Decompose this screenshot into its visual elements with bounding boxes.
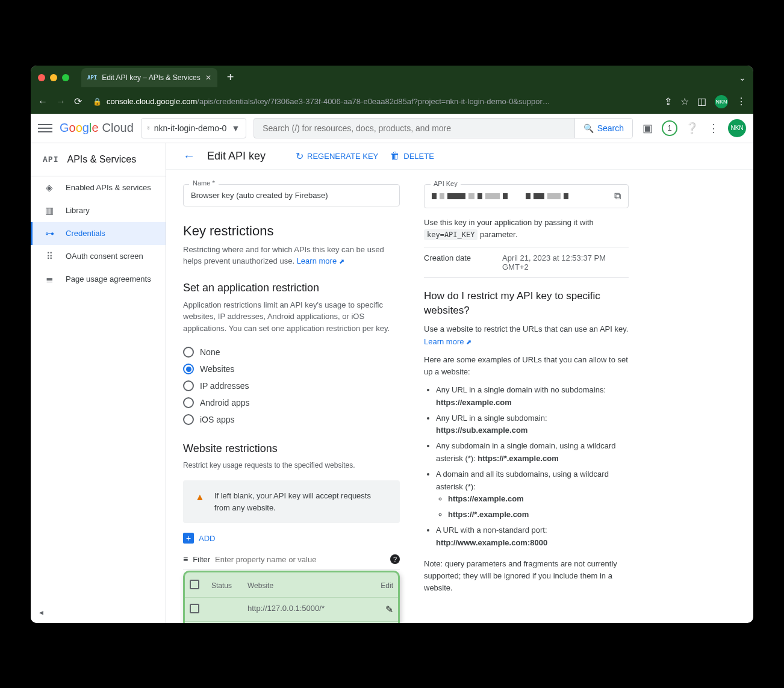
- page-actions: ← Edit API key ↻ REGENERATE KEY 🗑 DELETE: [166, 143, 753, 170]
- close-tab-icon[interactable]: ✕: [205, 73, 211, 82]
- filter-input[interactable]: [215, 555, 385, 564]
- api-key-usage: Use this key in your application by pass…: [424, 217, 629, 241]
- row-checkbox[interactable]: [190, 604, 199, 613]
- radio-android[interactable]: Android apps: [183, 394, 400, 411]
- external-link-icon: ⬈: [466, 338, 471, 346]
- radio-icon: [183, 364, 194, 374]
- minimize-window-icon[interactable]: [50, 74, 57, 81]
- radio-websites[interactable]: Websites: [183, 361, 400, 377]
- collapse-sidebar-icon[interactable]: ◂: [39, 607, 43, 617]
- radio-icon: [183, 397, 194, 408]
- list-item: https://example.com: [448, 493, 629, 506]
- menu-icon[interactable]: ⋮: [736, 96, 746, 107]
- website-table: Status Website Edit http://127.0.0.1:500…: [183, 571, 400, 623]
- reload-button[interactable]: ⟳: [74, 96, 82, 107]
- creation-date-row: Creation date April 21, 2023 at 12:53:37…: [424, 247, 629, 278]
- list-item: A URL with a non-standard port: http://w…: [436, 524, 629, 550]
- lock-icon: 🔒: [93, 98, 102, 106]
- cloud-shell-icon[interactable]: ▣: [640, 122, 655, 135]
- sidebar-item-library[interactable]: ▥ Library: [31, 199, 166, 222]
- external-link-icon: ⬈: [339, 258, 344, 265]
- howto-title: How do I restrict my API key to specific…: [424, 289, 629, 318]
- back-arrow-icon[interactable]: ←: [183, 149, 195, 163]
- search-box: 🔍 Search: [254, 118, 633, 138]
- delete-button[interactable]: 🗑 DELETE: [390, 150, 434, 161]
- radio-ip[interactable]: IP addresses: [183, 377, 400, 394]
- diamond-icon: ◈: [44, 182, 55, 193]
- browser-window: API Edit API key – APIs & Services ✕ + ⌄…: [31, 66, 753, 623]
- more-icon[interactable]: ⋮: [706, 122, 721, 135]
- app-restriction-desc: Application restrictions limit an API ke…: [183, 299, 400, 335]
- url-bar: ← → ⟳ 🔒 console.cloud.google.com/apis/cr…: [31, 90, 753, 114]
- left-column: Name * Key restrictions Restricting wher…: [183, 184, 400, 623]
- alert-text: If left blank, your API key will accept …: [214, 490, 388, 513]
- library-icon: ▥: [44, 205, 55, 216]
- right-column: API Key ⧉ Use this key in your appli: [424, 184, 629, 623]
- learn-more-link[interactable]: Learn more ⬈: [297, 256, 344, 265]
- project-picker[interactable]: ⦂ nkn-it-login-demo-0 ▼: [141, 118, 246, 138]
- col-website: Website: [243, 574, 372, 598]
- learn-more-link[interactable]: Learn more ⬈: [424, 337, 471, 346]
- maximize-window-icon[interactable]: [62, 74, 69, 81]
- name-label: Name *: [189, 179, 219, 187]
- profile-avatar[interactable]: NKN: [715, 95, 728, 108]
- filter-label: Filter: [193, 555, 210, 564]
- share-icon[interactable]: ⇪: [664, 96, 672, 107]
- list-item: Any subdomain in a single domain, using …: [436, 440, 629, 465]
- notifications-counter[interactable]: 1: [662, 120, 677, 136]
- refresh-icon: ↻: [296, 150, 303, 162]
- key-icon: ⊶: [44, 228, 55, 239]
- user-avatar[interactable]: NKN: [728, 119, 746, 137]
- website-restrictions-desc: Restrict key usage requests to the speci…: [183, 460, 400, 471]
- tab-list-icon[interactable]: ⌄: [739, 73, 746, 82]
- forward-button[interactable]: →: [56, 96, 66, 107]
- name-input[interactable]: [183, 184, 400, 206]
- gcp-logo[interactable]: Google Cloud: [60, 121, 134, 135]
- table-row: https://gcloud-identity.nkn-it.de/* ✎: [185, 622, 398, 623]
- plus-icon: +: [183, 533, 194, 544]
- list-item: https://*.example.com: [448, 509, 629, 521]
- search-icon: 🔍: [583, 123, 594, 133]
- radio-ios[interactable]: iOS apps: [183, 411, 400, 428]
- select-all-checkbox[interactable]: [190, 580, 199, 589]
- search-input[interactable]: [254, 123, 574, 133]
- page-title: Edit API key: [207, 150, 266, 163]
- bookmark-icon[interactable]: ☆: [680, 96, 689, 107]
- panel-icon[interactable]: ◫: [697, 96, 706, 107]
- sidebar-item-page-usage[interactable]: ≣ Page usage agreements: [31, 268, 166, 291]
- sidebar-item-label: Library: [66, 206, 90, 215]
- close-window-icon[interactable]: [38, 74, 45, 81]
- app-restriction-title: Set an application restriction: [183, 282, 400, 294]
- regenerate-button[interactable]: ↻ REGENERATE KEY: [296, 150, 378, 162]
- key-restrictions-title: Key restrictions: [183, 223, 400, 239]
- sidebar-item-credentials[interactable]: ⊶ Credentials: [31, 222, 166, 245]
- list-item: Any URL in a single subdomain: https://s…: [436, 412, 629, 438]
- list-item: Any URL in a single domain with no subdo…: [436, 384, 629, 409]
- note-text: Note: query parameters and fragments are…: [424, 558, 629, 594]
- examples-list: Any URL in a single domain with no subdo…: [424, 384, 629, 550]
- hamburger-icon[interactable]: [38, 121, 52, 135]
- add-button[interactable]: + ADD: [183, 533, 400, 544]
- tab-favicon-icon: API: [87, 75, 97, 81]
- gcp-topbar: Google Cloud ⦂ nkn-it-login-demo-0 ▼ 🔍 S…: [31, 114, 753, 143]
- radio-none[interactable]: None: [183, 344, 400, 361]
- list-item: A domain and all its subdomains, using a…: [436, 468, 629, 521]
- help-tooltip-icon[interactable]: ?: [390, 554, 400, 564]
- edit-icon[interactable]: ✎: [385, 604, 393, 615]
- sidebar-item-oauth[interactable]: ⠿ OAuth consent screen: [31, 245, 166, 268]
- search-button[interactable]: 🔍 Search: [574, 119, 632, 138]
- project-icon: ⦂: [148, 123, 149, 133]
- new-tab-button[interactable]: +: [223, 70, 238, 84]
- sidebar: API APIs & Services ◈ Enabled APIs & ser…: [31, 143, 166, 623]
- api-key-box: API Key ⧉: [424, 184, 629, 208]
- copy-icon[interactable]: ⧉: [614, 191, 621, 202]
- help-icon[interactable]: ❔: [685, 122, 699, 135]
- project-name: nkn-it-login-demo-0: [154, 123, 227, 133]
- sidebar-item-enabled-apis[interactable]: ◈ Enabled APIs & services: [31, 176, 166, 199]
- alert-box: ▲ If left blank, your API key will accep…: [183, 480, 400, 523]
- url-input[interactable]: 🔒 console.cloud.google.com/apis/credenti…: [90, 97, 656, 106]
- browser-tab[interactable]: API Edit API key – APIs & Services ✕: [81, 68, 217, 87]
- back-button[interactable]: ←: [38, 96, 48, 107]
- table-row: http://127.0.0.1:5000/* ✎: [185, 598, 398, 622]
- sidebar-item-label: OAuth consent screen: [66, 252, 143, 261]
